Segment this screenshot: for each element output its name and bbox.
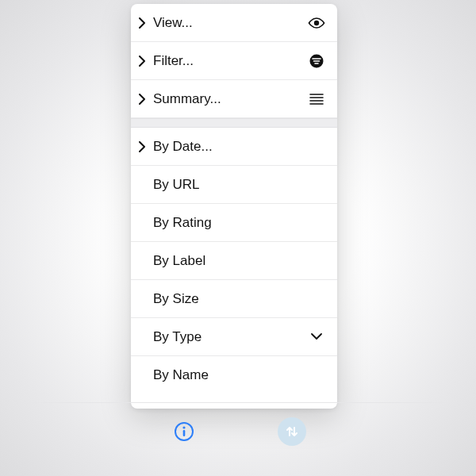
eye-icon: [307, 17, 326, 29]
menu-item-label: By Label: [153, 253, 307, 269]
menu-item-view[interactable]: View...: [131, 4, 337, 42]
info-button[interactable]: [170, 417, 198, 446]
lines-icon: [307, 93, 326, 106]
sort-item-size[interactable]: By Size: [131, 280, 337, 318]
menu-item-label: View...: [153, 15, 307, 31]
menu-item-label: By Type: [153, 329, 307, 345]
svg-point-10: [182, 426, 185, 428]
menu-item-label: By Name: [153, 367, 307, 383]
chevron-right-icon: [131, 94, 153, 105]
section-divider: [131, 118, 337, 128]
sort-item-date[interactable]: By Date...: [131, 128, 337, 166]
menu-item-label: Summary...: [153, 91, 307, 107]
menu-item-label: By Date...: [153, 139, 307, 155]
info-icon: [174, 421, 194, 442]
sort-icon: [284, 424, 300, 440]
menu-item-label: By URL: [153, 177, 307, 193]
menu-item-label: By Size: [153, 291, 307, 307]
filter-icon: [307, 54, 326, 68]
popover-panel: View... Filter... Summary...: [131, 4, 337, 409]
sort-item-type[interactable]: By Type: [131, 318, 337, 356]
menu-item-filter[interactable]: Filter...: [131, 42, 337, 80]
chevron-right-icon: [131, 56, 153, 67]
chevron-down-icon: [307, 333, 326, 340]
sort-item-name[interactable]: By Name: [131, 356, 337, 394]
bottom-toolbar: [32, 402, 444, 460]
menu-item-label: By Rating: [153, 215, 307, 231]
chevron-right-icon: [131, 141, 153, 152]
sort-item-label[interactable]: By Label: [131, 242, 337, 280]
menu-item-label: Filter...: [153, 53, 307, 69]
sort-item-rating[interactable]: By Rating: [131, 204, 337, 242]
chevron-right-icon: [131, 17, 153, 29]
menu-item-summary[interactable]: Summary...: [131, 80, 337, 118]
svg-rect-11: [183, 430, 186, 436]
sort-item-url[interactable]: By URL: [131, 166, 337, 204]
sort-button[interactable]: [278, 417, 306, 446]
svg-point-0: [314, 20, 319, 25]
